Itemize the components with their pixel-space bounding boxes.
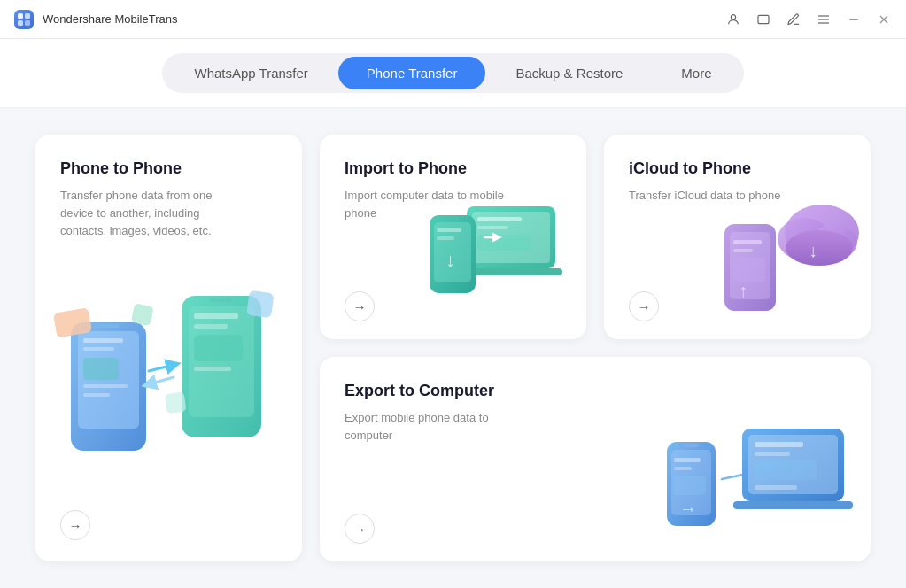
card-import-title: Import to Phone [345, 159, 561, 178]
card-phone-to-phone[interactable]: Phone to Phone Transfer phone data from … [35, 135, 302, 561]
card-export-arrow[interactable]: → [345, 514, 375, 544]
svg-text:↓: ↓ [809, 241, 817, 260]
svg-rect-52 [733, 249, 753, 252]
main-content: Phone to Phone Transfer phone data from … [0, 108, 906, 588]
svg-rect-59 [674, 467, 692, 470]
nav-tabs: WhatsApp Transfer Phone Transfer Backup … [162, 53, 743, 93]
card-import-arrow[interactable]: → [345, 291, 375, 321]
svg-rect-67 [755, 485, 797, 490]
svg-rect-23 [189, 306, 254, 417]
card-phone-to-phone-text: Phone to Phone Transfer phone data from … [60, 159, 277, 240]
svg-rect-5 [758, 15, 769, 23]
svg-rect-26 [194, 324, 228, 329]
tab-phone-transfer[interactable]: Phone Transfer [338, 57, 486, 89]
svg-rect-25 [194, 313, 238, 319]
titlebar: Wondershare MobileTrans [0, 0, 906, 39]
card-icloud-arrow[interactable]: → [629, 291, 659, 321]
menu-icon[interactable] [816, 12, 832, 27]
card-export-text: Export to Computer Export mobile phone d… [345, 382, 846, 445]
icloud-illustration: ↓ ↑ [720, 189, 871, 326]
svg-rect-29 [246, 290, 275, 319]
edit-icon[interactable] [786, 12, 801, 27]
svg-rect-19 [83, 393, 110, 397]
tab-backup-restore[interactable]: Backup & Restore [487, 57, 651, 89]
svg-rect-3 [25, 20, 30, 26]
svg-rect-41 [437, 236, 454, 240]
svg-text:↑: ↑ [739, 281, 747, 300]
card-import-to-phone[interactable]: Import to Phone Import computer data to … [320, 135, 586, 339]
svg-rect-1 [25, 13, 30, 19]
card-phone-to-phone-arrow[interactable]: → [60, 510, 90, 540]
card-icloud-text: iCloud to Phone Transfer iCloud data to … [629, 159, 846, 205]
svg-rect-68 [733, 501, 853, 509]
svg-rect-14 [97, 324, 120, 328]
card-import-text: Import to Phone Import computer data to … [345, 159, 561, 222]
svg-rect-27 [194, 335, 243, 361]
card-export-desc: Export mobile phone data to computer [345, 409, 522, 445]
svg-rect-16 [83, 347, 114, 351]
minimize-icon[interactable] [846, 12, 862, 27]
svg-rect-0 [18, 13, 23, 19]
user-icon[interactable] [725, 12, 741, 27]
card-icloud-desc: Transfer iCloud data to phone [629, 187, 806, 205]
tab-whatsapp-transfer[interactable]: WhatsApp Transfer [166, 57, 336, 89]
app-title: Wondershare MobileTrans [43, 12, 725, 26]
card-export-to-computer[interactable]: Export to Computer Export mobile phone d… [320, 357, 871, 561]
app-logo [14, 10, 34, 29]
svg-rect-24 [210, 298, 233, 302]
svg-rect-30 [165, 391, 187, 414]
svg-rect-18 [83, 384, 128, 388]
card-phone-to-phone-desc: Transfer phone data from one device to a… [60, 187, 237, 240]
svg-rect-21 [131, 303, 154, 326]
svg-text:→: → [679, 499, 697, 518]
window-controls [725, 12, 892, 27]
svg-text:↓: ↓ [445, 249, 455, 271]
svg-rect-28 [194, 367, 231, 371]
window-icon[interactable] [755, 12, 771, 27]
svg-rect-34 [477, 226, 508, 229]
card-export-title: Export to Computer [345, 382, 846, 400]
card-phone-to-phone-title: Phone to Phone [60, 159, 277, 178]
svg-rect-60 [674, 476, 706, 495]
svg-rect-65 [755, 452, 790, 456]
svg-rect-66 [755, 460, 817, 480]
svg-rect-2 [18, 20, 23, 26]
svg-rect-40 [437, 228, 461, 232]
card-import-desc: Import computer data to mobile phone [345, 187, 522, 222]
svg-point-46 [786, 230, 853, 266]
svg-rect-58 [674, 458, 701, 462]
phone-to-phone-illustration [44, 269, 301, 517]
svg-rect-50 [742, 226, 758, 229]
card-icloud-to-phone[interactable]: iCloud to Phone Transfer iCloud data to … [604, 135, 871, 339]
svg-rect-51 [733, 240, 762, 244]
svg-rect-17 [83, 358, 119, 380]
svg-point-4 [731, 14, 735, 19]
svg-rect-53 [733, 258, 765, 282]
card-icloud-title: iCloud to Phone [629, 159, 846, 178]
navigation: WhatsApp Transfer Phone Transfer Backup … [0, 39, 906, 108]
tab-more[interactable]: More [653, 57, 740, 89]
svg-rect-15 [83, 338, 123, 343]
close-icon[interactable] [876, 12, 892, 27]
